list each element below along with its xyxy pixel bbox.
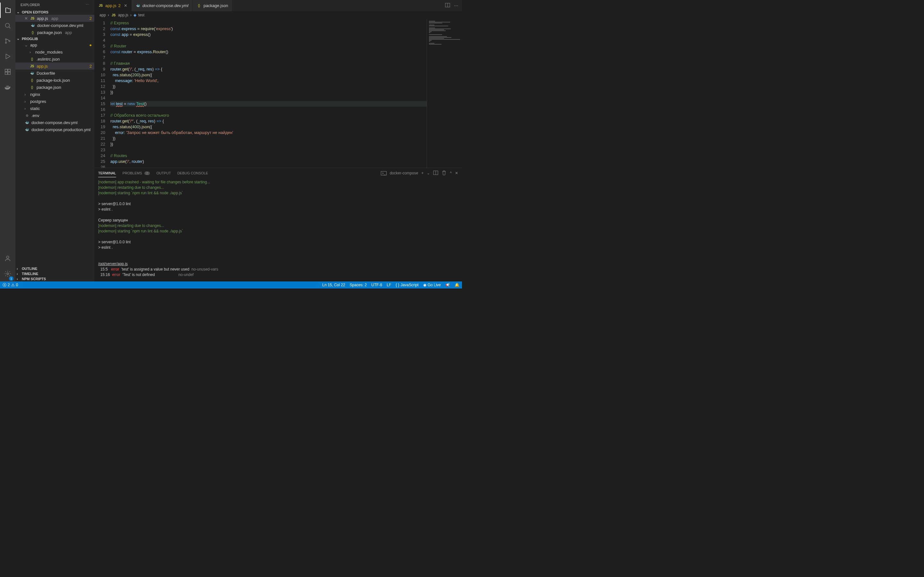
tree-item[interactable]: ›nginx <box>15 91 94 98</box>
file-badge: 2 <box>89 64 92 69</box>
split-terminal-icon[interactable] <box>433 170 438 176</box>
close-icon[interactable]: ✕ <box>24 16 28 21</box>
breadcrumb-item[interactable]: app <box>99 13 106 17</box>
chevron-icon: › <box>24 99 28 104</box>
modified-dot: ● <box>89 43 92 47</box>
js-icon: JS <box>111 13 116 18</box>
open-editor-item[interactable]: {}package.jsonapp <box>15 29 94 36</box>
status-go-live[interactable]: ◉ Go Live <box>423 283 441 287</box>
file-name: docker-compose.dev.yml <box>37 23 83 28</box>
maximize-icon[interactable]: ^ <box>450 171 452 175</box>
tab-output[interactable]: OUTPUT <box>156 169 171 177</box>
json-icon: {} <box>196 3 202 8</box>
tab-terminal[interactable]: TERMINAL <box>98 169 116 177</box>
file-name: package.json <box>37 30 62 35</box>
tab-problems[interactable]: PROBLEMS 2 <box>123 169 150 177</box>
tree-item[interactable]: ⌄app● <box>15 41 94 48</box>
tree-item[interactable]: ›node_modules <box>15 48 94 55</box>
chevron-down-icon: ⌄ <box>17 10 21 14</box>
chevron-right-icon: › <box>17 277 21 281</box>
project-label: PROGLIB <box>22 37 38 41</box>
open-editors-label: OPEN EDITORS <box>22 10 48 14</box>
chevron-right-icon: › <box>17 272 21 276</box>
search-icon[interactable] <box>0 18 15 33</box>
trash-icon[interactable] <box>441 170 447 176</box>
account-icon[interactable] <box>0 251 15 266</box>
close-icon[interactable]: ✕ <box>124 3 128 8</box>
tab-debug-console[interactable]: DEBUG CONSOLE <box>178 169 208 177</box>
status-ln-col[interactable]: Ln 15, Col 22 <box>322 283 345 287</box>
tree-item[interactable]: 🐳Dockerfile <box>15 69 94 77</box>
open-editor-item[interactable]: ✕JSapp.jsapp2 <box>15 15 94 22</box>
tree-item-label: static <box>30 106 40 111</box>
docker-icon: 🐳 <box>24 127 29 132</box>
tree-item[interactable]: ⚙.env <box>15 112 94 119</box>
js-icon: JS <box>98 3 103 8</box>
breadcrumb-item[interactable]: test <box>138 13 144 17</box>
main: JSapp.js2✕🐳docker-compose.dev.yml{}packa… <box>94 0 462 282</box>
minimap[interactable] <box>427 19 462 168</box>
explorer-icon[interactable] <box>0 3 15 18</box>
tree-item-label: app.js <box>37 64 48 69</box>
debug-icon[interactable] <box>0 49 15 64</box>
breadcrumb-item[interactable]: app.js <box>118 13 128 17</box>
tree-item[interactable]: ›static <box>15 105 94 112</box>
chevron-right-icon: › <box>17 267 21 271</box>
editor[interactable]: 1234567891011121314151617181920212223242… <box>94 19 462 168</box>
new-terminal-icon[interactable]: + <box>421 171 423 175</box>
settings-icon[interactable] <box>0 266 15 282</box>
tree-item[interactable]: ›postgres <box>15 98 94 105</box>
tree-item[interactable]: {}package.json <box>15 84 94 91</box>
json-icon: {} <box>29 56 35 61</box>
code-content[interactable]: // Express const express = require('expr… <box>110 19 427 168</box>
status-errors[interactable]: ⓧ2 ⚠0 <box>3 282 18 288</box>
tree-item[interactable]: 🐳docker-compose.dev.yml <box>15 119 94 126</box>
tab-label: app.js <box>105 3 116 8</box>
status-encoding[interactable]: UTF-8 <box>371 283 382 287</box>
tree-item[interactable]: {}.eslintrc.json <box>15 55 94 63</box>
tree-item-label: node_modules <box>35 50 63 55</box>
timeline-header[interactable]: › TIMELINE <box>15 271 94 276</box>
editor-tab[interactable]: 🐳docker-compose.dev.yml <box>132 0 192 11</box>
terminal-content[interactable]: [nodemon] app crashed - waiting for file… <box>94 178 462 282</box>
breadcrumb[interactable]: app › JS app.js › ◈ test <box>94 11 462 19</box>
extensions-icon[interactable] <box>0 64 15 79</box>
npm-header[interactable]: › NPM SCRIPTS <box>15 276 94 282</box>
tree-item[interactable]: {}package-lock.json <box>15 77 94 84</box>
open-editors-header[interactable]: ⌄ OPEN EDITORS <box>15 9 94 15</box>
status-bell-icon[interactable]: 🔔 <box>455 283 459 287</box>
source-control-icon[interactable] <box>0 33 15 49</box>
tab-badge: 2 <box>118 3 121 8</box>
editor-tab[interactable]: {}package.json <box>192 0 232 11</box>
split-editor-icon[interactable] <box>445 3 450 9</box>
outline-header[interactable]: › OUTLINE <box>15 266 94 271</box>
status-errors-count: 2 <box>8 283 10 287</box>
status-language-label: JavaScript <box>401 283 419 287</box>
json-icon: {} <box>30 30 35 35</box>
docker-icon: 🐳 <box>136 3 141 8</box>
terminal-dropdown-icon[interactable]: ⌄ <box>427 171 430 175</box>
timeline-label: TIMELINE <box>22 272 38 276</box>
status-feedback-icon[interactable]: 📢 <box>445 283 450 287</box>
editor-tab[interactable]: JSapp.js2✕ <box>94 0 132 11</box>
gear-icon: ⚙ <box>24 113 29 118</box>
status-spaces[interactable]: Spaces: 2 <box>350 283 367 287</box>
npm-label: NPM SCRIPTS <box>22 277 46 281</box>
docker-icon[interactable] <box>0 79 15 95</box>
more-icon[interactable]: ⋯ <box>86 3 89 7</box>
close-panel-icon[interactable]: ✕ <box>455 171 458 175</box>
project-header[interactable]: ⌄ PROGLIB <box>15 36 94 41</box>
docker-icon: 🐳 <box>29 71 35 76</box>
terminal-shell-label[interactable]: docker-compose <box>390 171 418 175</box>
status-language[interactable]: { } JavaScript <box>396 283 418 287</box>
tab-label: docker-compose.dev.yml <box>142 3 188 8</box>
svg-point-1 <box>5 39 7 40</box>
svg-point-8 <box>6 256 9 258</box>
open-editor-item[interactable]: 🐳docker-compose.dev.yml <box>15 22 94 29</box>
tree-item[interactable]: 🐳docker-compose.production.yml <box>15 126 94 133</box>
tree-item[interactable]: JSapp.js2 <box>15 63 94 69</box>
terminal-launch-icon[interactable]: >_ <box>381 171 386 175</box>
status-eol[interactable]: LF <box>387 283 391 287</box>
svg-point-9 <box>7 273 9 275</box>
more-icon[interactable]: ⋯ <box>454 3 458 8</box>
